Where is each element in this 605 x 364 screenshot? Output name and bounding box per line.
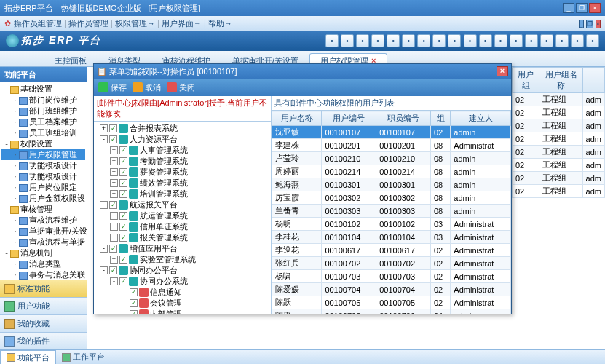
- perm-tree-node[interactable]: +✓信用单证系统: [95, 221, 269, 232]
- perm-tree-node[interactable]: ✓信息通知: [95, 287, 269, 298]
- table-row[interactable]: 陈爱媛001007040010070402Administrat: [272, 283, 511, 296]
- tree-toggle-icon[interactable]: ·: [12, 215, 19, 226]
- checkbox[interactable]: ✓: [109, 135, 117, 143]
- tree-toggle-icon[interactable]: +: [110, 256, 118, 264]
- tree-node[interactable]: ·员工档案维护: [1, 116, 85, 127]
- toolbar-button[interactable]: •: [417, 34, 430, 47]
- accordion-item[interactable]: 我的收藏: [0, 314, 87, 332]
- checkbox[interactable]: ✓: [119, 146, 127, 154]
- tree-node[interactable]: -审核管理: [1, 204, 85, 215]
- perm-tree-node[interactable]: +✓人事管理系统: [95, 145, 269, 156]
- bottom-tab[interactable]: 工作平台: [56, 350, 111, 364]
- perm-tree-node[interactable]: +✓绩效管理系统: [95, 178, 269, 189]
- dialog-toolbar-button[interactable]: 保存: [98, 82, 127, 93]
- checkbox[interactable]: ✓: [130, 288, 138, 296]
- perm-tree-node[interactable]: ✓会议管理: [95, 298, 269, 309]
- tree-node[interactable]: ·用户岗位限定: [1, 182, 85, 193]
- tree-toggle-icon[interactable]: ·: [12, 237, 19, 248]
- tree-toggle-icon[interactable]: ·: [12, 116, 19, 127]
- toolbar-button[interactable]: •: [494, 34, 507, 47]
- menu-item[interactable]: 操作员组管理: [14, 19, 62, 28]
- toolbar-button[interactable]: •: [479, 34, 492, 47]
- menu-item[interactable]: 用户界面→: [162, 19, 202, 28]
- checkbox[interactable]: ✓: [109, 201, 117, 209]
- background-table[interactable]: 用户组用户组名称02工程组adm02工程组adm02工程组adm02工程组adm…: [512, 67, 605, 198]
- tree-toggle-icon[interactable]: ·: [12, 258, 19, 269]
- tree-node[interactable]: ·审核流程维护: [1, 215, 85, 226]
- tree-node[interactable]: -消息机制: [1, 248, 85, 258]
- tree-node[interactable]: ·功能模板设计: [1, 171, 85, 182]
- tree-toggle-icon[interactable]: ·: [12, 193, 19, 204]
- checkbox[interactable]: ✓: [119, 256, 127, 264]
- table-row[interactable]: 陈跃001007050010070502Administrat: [272, 296, 511, 309]
- perm-tree-node[interactable]: +✓实验室管理系统: [95, 254, 269, 265]
- accordion-item[interactable]: 用户功能: [0, 297, 87, 314]
- toolbar-button[interactable]: •: [402, 34, 415, 47]
- dialog-user-table[interactable]: 用户名称用户编号职员编号组建立人沈亚敏001001070010010702adm…: [272, 111, 511, 314]
- mdi-min-button[interactable]: _: [579, 20, 584, 28]
- tree-toggle-icon[interactable]: +: [110, 168, 118, 176]
- dialog-close-button[interactable]: ×: [497, 66, 508, 76]
- tree-toggle-icon[interactable]: +: [110, 223, 118, 231]
- tree-node[interactable]: ·员工班组培训: [1, 127, 85, 138]
- toolbar-button[interactable]: •: [387, 34, 400, 47]
- table-row[interactable]: 厉宝霞001003020010030208admin: [272, 191, 511, 205]
- accordion-item[interactable]: 标准功能: [0, 280, 87, 297]
- table-header[interactable]: 组: [430, 111, 450, 126]
- table-row[interactable]: 杨啸001007030010070302Administrat: [272, 270, 511, 283]
- tree-toggle-icon[interactable]: +: [100, 124, 108, 132]
- mdi-close-button[interactable]: ×: [596, 20, 601, 28]
- toolbar-button[interactable]: •: [448, 34, 461, 47]
- table-row[interactable]: 02工程组adm: [513, 93, 605, 106]
- perm-tree-node[interactable]: -✓人力资源平台: [95, 134, 269, 145]
- table-row[interactable]: 沈亚敏001001070010010702admin: [272, 126, 511, 139]
- checkbox[interactable]: ✓: [109, 266, 117, 274]
- perm-tree-node[interactable]: +✓薪资管理系统: [95, 167, 269, 178]
- perm-tree-node[interactable]: +✓航运管理系统: [95, 210, 269, 221]
- perm-tree-node[interactable]: +✓合并报表系统: [95, 123, 269, 134]
- table-header[interactable]: 用户组: [513, 68, 539, 93]
- table-header[interactable]: 职员编号: [376, 111, 431, 126]
- table-header[interactable]: 用户名称: [272, 111, 322, 126]
- toolbar-button[interactable]: •: [325, 34, 339, 47]
- tree-toggle-icon[interactable]: +: [110, 157, 118, 165]
- tree-toggle-icon[interactable]: -: [3, 138, 10, 149]
- checkbox[interactable]: ✓: [119, 277, 127, 285]
- checkbox[interactable]: ✓: [119, 190, 127, 198]
- table-row[interactable]: 02工程组adm: [513, 146, 605, 159]
- toolbar-button[interactable]: •: [571, 34, 584, 47]
- tree-node[interactable]: ·部门班组维护: [1, 106, 85, 116]
- table-row[interactable]: 02工程组adm: [513, 106, 605, 119]
- menu-item[interactable]: 帮助→: [208, 19, 232, 28]
- tree-toggle-icon[interactable]: +: [110, 179, 118, 187]
- window-restore-button[interactable]: ❐: [576, 3, 588, 13]
- perm-tree-node[interactable]: +✓培训管理系统: [95, 189, 269, 199]
- dialog-toolbar-button[interactable]: 关闭: [167, 82, 195, 93]
- perm-tree-node[interactable]: ✓内部管理: [95, 309, 269, 314]
- tree-toggle-icon[interactable]: -: [100, 266, 108, 274]
- perm-tree-node[interactable]: +✓报关管理系统: [95, 232, 269, 243]
- tree-node[interactable]: -权限设置: [1, 138, 85, 149]
- tree-node[interactable]: ·事务与消息关联: [1, 269, 85, 280]
- tree-node[interactable]: ·功能模板设计: [1, 160, 85, 171]
- tree-node[interactable]: ·审核流程与单据: [1, 237, 85, 248]
- tree-toggle-icon[interactable]: ·: [12, 149, 19, 160]
- tree-toggle-icon[interactable]: ·: [12, 106, 19, 116]
- tree-toggle-icon[interactable]: -: [3, 248, 10, 258]
- menu-item[interactable]: 操作员管理: [68, 19, 108, 28]
- tree-node[interactable]: ·用户金额权限设: [1, 193, 85, 204]
- bottom-tab[interactable]: 功能平台: [0, 350, 56, 365]
- tree-node[interactable]: ·单据审批开/关设: [1, 226, 85, 237]
- toolbar-button[interactable]: •: [525, 34, 538, 47]
- sidebar-tree[interactable]: -基础设置·部门岗位维护·部门班组维护·员工档案维护·员工班组培训-权限设置·用…: [0, 82, 87, 280]
- dialog-toolbar-button[interactable]: 取消: [133, 82, 161, 93]
- checkbox[interactable]: ✓: [119, 234, 127, 242]
- tree-toggle-icon[interactable]: -: [100, 201, 108, 209]
- window-close-button[interactable]: ×: [589, 3, 601, 13]
- dialog-titlebar[interactable]: 📋 菜单功能权限--对操作员 [00100107] ×: [94, 64, 511, 79]
- tree-toggle-icon[interactable]: ·: [12, 127, 19, 138]
- toolbar-button[interactable]: •: [540, 34, 553, 47]
- checkbox[interactable]: ✓: [119, 168, 127, 176]
- dialog-tree[interactable]: +✓合并报表系统-✓人力资源平台+✓人事管理系统+✓考勤管理系统+✓薪资管理系统…: [94, 122, 271, 314]
- table-row[interactable]: 陈平001007060010070604admin: [272, 309, 511, 314]
